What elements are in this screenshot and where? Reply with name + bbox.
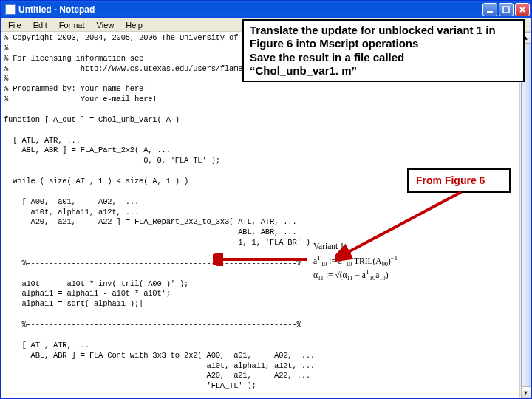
menu-help[interactable]: Help <box>120 20 149 30</box>
titlebar[interactable]: Untitled - Notepad <box>1 1 531 18</box>
svg-rect-0 <box>487 11 493 13</box>
callout-line: “Chol_unb_var1. m” <box>250 64 517 78</box>
formula-line1: aT10 := aT10 TRIL(A00)−T <box>313 254 417 268</box>
figure6-callout: From Figure 6 <box>407 168 511 193</box>
instruction-callout: Translate the update for unblocked varia… <box>242 19 525 82</box>
notepad-icon <box>5 4 16 15</box>
formula-line2: α11 := √(α11 − aT10a10) <box>313 268 417 282</box>
variant1-formula: Variant 1: aT10 := aT10 TRIL(A00)−T α11 … <box>310 239 420 284</box>
client-area: % Copyright 2003, 2004, 2005, 2006 The U… <box>1 32 531 398</box>
callout-line: Translate the update for unblocked varia… <box>250 24 517 37</box>
close-button[interactable] <box>515 3 530 16</box>
text-editor[interactable]: % Copyright 2003, 2004, 2005, 2006 The U… <box>1 32 519 398</box>
vertical-scrollbar[interactable]: ▲ ▼ <box>519 32 531 398</box>
formula-header: Variant 1: <box>313 241 417 253</box>
menu-file[interactable]: File <box>2 20 27 30</box>
window-controls <box>482 3 530 16</box>
svg-rect-1 <box>503 7 509 13</box>
scroll-down-button[interactable]: ▼ <box>521 386 531 398</box>
minimize-icon <box>486 6 494 13</box>
menu-format[interactable]: Format <box>53 20 91 30</box>
callout-line: Save the result in a file called <box>250 51 517 64</box>
scroll-track[interactable] <box>521 44 531 386</box>
scroll-thumb[interactable] <box>521 44 531 386</box>
close-icon <box>519 6 526 13</box>
window-title: Untitled - Notepad <box>18 4 95 15</box>
maximize-icon <box>502 6 510 13</box>
callout-line: Figure 6 into Mscript operations <box>250 37 517 50</box>
menu-edit[interactable]: Edit <box>27 20 53 30</box>
menu-view[interactable]: View <box>91 20 120 30</box>
maximize-button[interactable] <box>499 3 514 16</box>
minimize-button[interactable] <box>482 3 497 16</box>
